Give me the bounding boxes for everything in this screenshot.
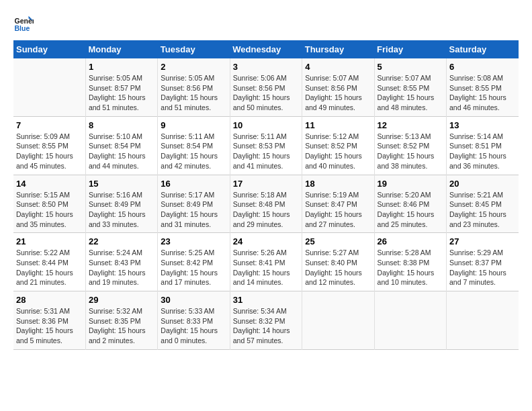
calendar-cell: 17Sunrise: 5:18 AMSunset: 8:48 PMDayligh… xyxy=(230,175,302,233)
day-number: 26 xyxy=(378,236,443,246)
calendar-cell: 1Sunrise: 5:05 AMSunset: 8:57 PMDaylight… xyxy=(85,58,157,116)
calendar-cell: 10Sunrise: 5:11 AMSunset: 8:53 PMDayligh… xyxy=(230,116,302,175)
calendar-cell: 25Sunrise: 5:27 AMSunset: 8:40 PMDayligh… xyxy=(302,233,374,291)
day-number: 22 xyxy=(89,236,154,246)
calendar-cell: 30Sunrise: 5:33 AMSunset: 8:33 PMDayligh… xyxy=(158,291,230,350)
calendar-body: 1Sunrise: 5:05 AMSunset: 8:57 PMDaylight… xyxy=(13,58,519,349)
day-info: Sunrise: 5:05 AMSunset: 8:56 PMDaylight:… xyxy=(161,73,226,113)
day-info: Sunrise: 5:19 AMSunset: 8:47 PMDaylight:… xyxy=(305,190,371,230)
day-info: Sunrise: 5:12 AMSunset: 8:52 PMDaylight:… xyxy=(305,132,371,171)
col-header-tuesday: Tuesday xyxy=(158,40,230,58)
day-number: 21 xyxy=(16,236,83,246)
calendar-cell xyxy=(302,291,374,350)
svg-text:Blue: Blue xyxy=(15,24,30,32)
day-info: Sunrise: 5:10 AMSunset: 8:54 PMDaylight:… xyxy=(89,132,154,171)
calendar-cell: 5Sunrise: 5:07 AMSunset: 8:55 PMDaylight… xyxy=(374,58,446,116)
calendar-cell: 16Sunrise: 5:17 AMSunset: 8:49 PMDayligh… xyxy=(158,175,230,233)
week-row-5: 28Sunrise: 5:31 AMSunset: 8:36 PMDayligh… xyxy=(13,291,519,350)
day-number: 27 xyxy=(449,236,516,246)
day-number: 14 xyxy=(16,179,83,189)
calendar-cell xyxy=(13,58,85,116)
day-info: Sunrise: 5:17 AMSunset: 8:49 PMDaylight:… xyxy=(161,190,226,230)
day-number: 25 xyxy=(305,236,371,246)
day-number: 16 xyxy=(161,179,226,189)
day-number: 11 xyxy=(305,120,371,130)
day-info: Sunrise: 5:34 AMSunset: 8:32 PMDaylight:… xyxy=(233,306,299,346)
logo-icon: General Blue xyxy=(13,13,34,34)
day-info: Sunrise: 5:22 AMSunset: 8:44 PMDaylight:… xyxy=(16,248,83,287)
day-number: 19 xyxy=(378,179,443,189)
calendar-cell: 12Sunrise: 5:13 AMSunset: 8:52 PMDayligh… xyxy=(374,116,446,175)
calendar-cell: 9Sunrise: 5:11 AMSunset: 8:54 PMDaylight… xyxy=(158,116,230,175)
day-info: Sunrise: 5:14 AMSunset: 8:51 PMDaylight:… xyxy=(449,132,516,171)
day-number: 17 xyxy=(233,179,299,189)
page-header: General Blue xyxy=(13,13,519,34)
day-number: 8 xyxy=(89,120,154,130)
day-info: Sunrise: 5:07 AMSunset: 8:56 PMDaylight:… xyxy=(305,73,371,113)
day-info: Sunrise: 5:20 AMSunset: 8:46 PMDaylight:… xyxy=(378,190,443,230)
day-info: Sunrise: 5:08 AMSunset: 8:55 PMDaylight:… xyxy=(449,73,516,113)
calendar-cell: 13Sunrise: 5:14 AMSunset: 8:51 PMDayligh… xyxy=(447,116,519,175)
day-number: 30 xyxy=(161,295,226,305)
day-info: Sunrise: 5:06 AMSunset: 8:56 PMDaylight:… xyxy=(233,73,299,113)
calendar-cell: 7Sunrise: 5:09 AMSunset: 8:55 PMDaylight… xyxy=(13,116,85,175)
calendar-cell: 29Sunrise: 5:32 AMSunset: 8:35 PMDayligh… xyxy=(85,291,157,350)
day-number: 31 xyxy=(233,295,299,305)
day-info: Sunrise: 5:28 AMSunset: 8:38 PMDaylight:… xyxy=(378,248,443,287)
day-info: Sunrise: 5:33 AMSunset: 8:33 PMDaylight:… xyxy=(161,306,226,346)
calendar-cell: 21Sunrise: 5:22 AMSunset: 8:44 PMDayligh… xyxy=(13,233,85,291)
day-number: 20 xyxy=(449,179,516,189)
day-info: Sunrise: 5:31 AMSunset: 8:36 PMDaylight:… xyxy=(16,306,83,346)
day-info: Sunrise: 5:32 AMSunset: 8:35 PMDaylight:… xyxy=(89,306,154,346)
week-row-3: 14Sunrise: 5:15 AMSunset: 8:50 PMDayligh… xyxy=(13,175,519,233)
calendar-cell: 3Sunrise: 5:06 AMSunset: 8:56 PMDaylight… xyxy=(230,58,302,116)
header-row: SundayMondayTuesdayWednesdayThursdayFrid… xyxy=(13,40,519,58)
day-info: Sunrise: 5:15 AMSunset: 8:50 PMDaylight:… xyxy=(16,190,83,230)
day-info: Sunrise: 5:11 AMSunset: 8:53 PMDaylight:… xyxy=(233,132,299,171)
day-info: Sunrise: 5:18 AMSunset: 8:48 PMDaylight:… xyxy=(233,190,299,230)
col-header-monday: Monday xyxy=(85,40,157,58)
calendar-cell: 8Sunrise: 5:10 AMSunset: 8:54 PMDaylight… xyxy=(85,116,157,175)
day-number: 5 xyxy=(378,62,443,72)
day-number: 1 xyxy=(89,62,154,72)
calendar-cell: 18Sunrise: 5:19 AMSunset: 8:47 PMDayligh… xyxy=(302,175,374,233)
day-number: 2 xyxy=(161,62,226,72)
calendar-cell: 19Sunrise: 5:20 AMSunset: 8:46 PMDayligh… xyxy=(374,175,446,233)
col-header-thursday: Thursday xyxy=(302,40,374,58)
calendar-cell: 11Sunrise: 5:12 AMSunset: 8:52 PMDayligh… xyxy=(302,116,374,175)
calendar-header: SundayMondayTuesdayWednesdayThursdayFrid… xyxy=(13,40,519,58)
calendar-cell: 24Sunrise: 5:26 AMSunset: 8:41 PMDayligh… xyxy=(230,233,302,291)
calendar-cell: 31Sunrise: 5:34 AMSunset: 8:32 PMDayligh… xyxy=(230,291,302,350)
day-number: 10 xyxy=(233,120,299,130)
day-number: 4 xyxy=(305,62,371,72)
calendar-cell: 22Sunrise: 5:24 AMSunset: 8:43 PMDayligh… xyxy=(85,233,157,291)
logo: General Blue xyxy=(13,13,36,34)
calendar-cell: 4Sunrise: 5:07 AMSunset: 8:56 PMDaylight… xyxy=(302,58,374,116)
day-info: Sunrise: 5:16 AMSunset: 8:49 PMDaylight:… xyxy=(89,190,154,230)
calendar-cell: 15Sunrise: 5:16 AMSunset: 8:49 PMDayligh… xyxy=(85,175,157,233)
calendar-cell: 28Sunrise: 5:31 AMSunset: 8:36 PMDayligh… xyxy=(13,291,85,350)
calendar-cell xyxy=(374,291,446,350)
calendar-cell: 26Sunrise: 5:28 AMSunset: 8:38 PMDayligh… xyxy=(374,233,446,291)
col-header-wednesday: Wednesday xyxy=(230,40,302,58)
col-header-saturday: Saturday xyxy=(447,40,519,58)
day-number: 18 xyxy=(305,179,371,189)
day-number: 23 xyxy=(161,236,226,246)
col-header-sunday: Sunday xyxy=(13,40,85,58)
day-number: 28 xyxy=(16,295,83,305)
day-info: Sunrise: 5:07 AMSunset: 8:55 PMDaylight:… xyxy=(378,73,443,113)
day-info: Sunrise: 5:09 AMSunset: 8:55 PMDaylight:… xyxy=(16,132,83,171)
calendar-cell: 14Sunrise: 5:15 AMSunset: 8:50 PMDayligh… xyxy=(13,175,85,233)
col-header-friday: Friday xyxy=(374,40,446,58)
day-number: 29 xyxy=(89,295,154,305)
calendar-cell: 2Sunrise: 5:05 AMSunset: 8:56 PMDaylight… xyxy=(158,58,230,116)
calendar-cell: 23Sunrise: 5:25 AMSunset: 8:42 PMDayligh… xyxy=(158,233,230,291)
day-info: Sunrise: 5:26 AMSunset: 8:41 PMDaylight:… xyxy=(233,248,299,287)
calendar-table: SundayMondayTuesdayWednesdayThursdayFrid… xyxy=(13,40,519,350)
day-number: 15 xyxy=(89,179,154,189)
calendar-cell: 27Sunrise: 5:29 AMSunset: 8:37 PMDayligh… xyxy=(447,233,519,291)
week-row-4: 21Sunrise: 5:22 AMSunset: 8:44 PMDayligh… xyxy=(13,233,519,291)
day-info: Sunrise: 5:24 AMSunset: 8:43 PMDaylight:… xyxy=(89,248,154,287)
day-number: 3 xyxy=(233,62,299,72)
day-info: Sunrise: 5:21 AMSunset: 8:45 PMDaylight:… xyxy=(449,190,516,230)
